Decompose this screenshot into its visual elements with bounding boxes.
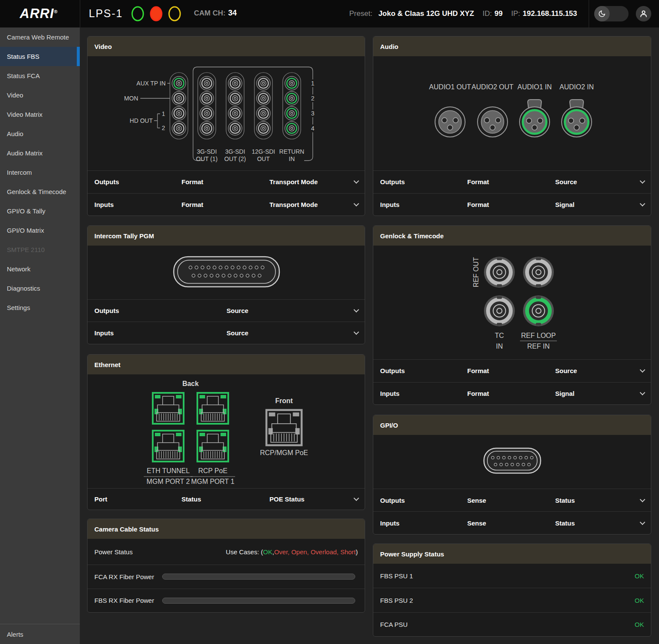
chevron-down-icon[interactable]: [640, 390, 645, 395]
svg-text:OUT (2): OUT (2): [224, 155, 246, 162]
psu-panel-header: Power Supply Status: [373, 544, 651, 564]
sidebar-item-audio-matrix[interactable]: Audio Matrix: [0, 143, 80, 163]
chevron-down-icon[interactable]: [640, 368, 645, 373]
fbs-psu1-row: FBS PSU 1 OK: [373, 564, 651, 588]
intercom-panel-header: Intercom Tally PGM: [88, 226, 365, 246]
ethernet-port-row[interactable]: Port Status POE Status: [88, 488, 365, 510]
row-col: Source: [555, 178, 634, 185]
svg-text:IN: IN: [496, 343, 503, 350]
row-label: Inputs: [380, 201, 467, 208]
row-label: Outputs: [380, 178, 467, 185]
sidebar-item-gpio-matrix[interactable]: GPI/O Matrix: [0, 221, 80, 240]
preset-label: Preset:: [349, 9, 372, 18]
svg-text:HD OUT: HD OUT: [130, 117, 153, 124]
audio-outputs-row[interactable]: Outputs Format Source: [373, 170, 651, 193]
sidebar-item-network[interactable]: Network: [0, 259, 80, 279]
genlock-bnc-diagram: REF OUT TC IN REF LOOP REF IN: [373, 246, 651, 358]
svg-text:3G-SDI: 3G-SDI: [197, 148, 217, 155]
gpio-panel: GPI/O Outputs Sense Status Inputs: [373, 415, 651, 535]
gpio-panel-header: GPI/O: [373, 415, 651, 435]
chevron-down-icon[interactable]: [640, 519, 645, 525]
row-label: Port: [94, 495, 181, 503]
intercom-tally-panel: Intercom Tally PGM Outputs Source Inputs: [87, 225, 365, 344]
sidebar-item-status-fca[interactable]: Status FCA: [0, 66, 80, 85]
video-outputs-row[interactable]: Outputs Format Transport Mode: [88, 170, 365, 193]
psu-label: FCA PSU: [380, 621, 408, 628]
bar-label: FCA RX Fiber Power: [94, 573, 154, 580]
row-col: Sense: [467, 519, 555, 527]
status-badge: OK: [635, 621, 644, 628]
gpio-connector-diagram: [373, 435, 651, 489]
chevron-down-icon[interactable]: [640, 201, 645, 207]
sidebar-item-video-matrix[interactable]: Video Matrix: [0, 105, 80, 124]
toggle-knob[interactable]: [594, 6, 610, 21]
svg-text:OUT: OUT: [257, 155, 270, 162]
intercom-connector-diagram: [88, 246, 365, 299]
intercom-outputs-row[interactable]: Outputs Source: [88, 299, 365, 322]
fbs-rx-power-bar: [162, 598, 355, 604]
sidebar-item-video[interactable]: Video: [0, 85, 80, 105]
fca-rx-fiber-power-row: FCA RX Fiber Power: [88, 565, 365, 588]
row-col: Source: [227, 329, 348, 337]
chevron-down-icon[interactable]: [354, 495, 359, 501]
dark-mode-toggle[interactable]: [594, 6, 629, 21]
svg-text:3G-SDI: 3G-SDI: [225, 148, 245, 155]
svg-text:RCP/MGM PoE: RCP/MGM PoE: [260, 449, 308, 456]
sidebar-item-diagnostics[interactable]: Diagnostics: [0, 279, 80, 298]
svg-text:1: 1: [311, 80, 314, 87]
sidebar-item-settings[interactable]: Settings: [0, 298, 80, 317]
arri-logo: ARRI®: [20, 6, 58, 21]
row-label: Outputs: [380, 497, 467, 504]
sidebar-item-gpio-tally[interactable]: GPI/O & Tally: [0, 201, 80, 221]
chevron-down-icon[interactable]: [640, 179, 645, 184]
svg-text:MGM PORT 1: MGM PORT 1: [191, 478, 235, 485]
video-panel-header: Video: [88, 36, 365, 56]
video-panel: Video 1 2 3 4: [87, 36, 365, 216]
cam-channel-value: 34: [228, 9, 237, 17]
gpio-inputs-row[interactable]: Inputs Sense Status: [373, 511, 651, 534]
row-col: Format: [467, 178, 555, 185]
sidebar-item-alerts[interactable]: Alerts: [0, 624, 80, 644]
genlock-inputs-row[interactable]: Inputs Format Signal: [373, 382, 651, 404]
power-supply-status-panel: Power Supply Status FBS PSU 1 OK FBS PSU…: [373, 544, 651, 637]
chevron-down-icon[interactable]: [354, 307, 359, 313]
video-inputs-row[interactable]: Inputs Format Transport Mode: [88, 193, 365, 216]
row-label: Inputs: [94, 329, 227, 337]
genlock-outputs-row[interactable]: Outputs Format Source: [373, 359, 651, 382]
intercom-inputs-row[interactable]: Inputs Source: [88, 322, 365, 344]
sidebar-item-audio[interactable]: Audio: [0, 124, 80, 143]
video-connector-diagram: 1 2 3 4: [88, 56, 365, 170]
sidebar-item-genlock-timecode[interactable]: Genlock & Timecode: [0, 182, 80, 201]
audio-connector-diagram: AUDIO1 OUT AUDIO2 OUT AUDIO1 IN AUDIO2 I…: [373, 56, 651, 170]
sidebar-item-status-fbs[interactable]: Status FBS: [0, 47, 80, 66]
svg-text:IN: IN: [289, 155, 295, 162]
row-col: Source: [227, 307, 348, 314]
use-cases-legend: Use Cases: (OK,Over, Open, Overload, Sho…: [226, 548, 358, 556]
psu-label: FBS PSU 2: [380, 597, 413, 604]
row-col: Sense: [467, 497, 555, 504]
fca-rx-power-bar: [162, 574, 355, 580]
audio-inputs-row[interactable]: Inputs Format Signal: [373, 193, 651, 216]
chevron-down-icon[interactable]: [354, 201, 359, 207]
gpio-outputs-row[interactable]: Outputs Sense Status: [373, 489, 651, 511]
user-menu-button[interactable]: [636, 6, 651, 21]
tally-red-icon: [151, 7, 162, 21]
row-col: Transport Mode: [269, 201, 348, 208]
bar-label: FBS RX Fiber Power: [94, 597, 154, 604]
row-col: Format: [467, 390, 555, 397]
chevron-down-icon[interactable]: [354, 329, 359, 335]
chevron-down-icon[interactable]: [354, 179, 359, 184]
row-col: Status: [181, 495, 269, 503]
svg-text:REF LOOP: REF LOOP: [521, 332, 556, 339]
moon-icon: [598, 10, 606, 18]
genlock-timecode-panel: Genlock & Timecode REF OUT TC IN REF LOO…: [373, 225, 651, 405]
db25-connector: [88, 246, 365, 298]
chevron-down-icon[interactable]: [640, 497, 645, 502]
row-col: Format: [181, 178, 269, 185]
svg-text:MON: MON: [124, 95, 138, 102]
sidebar-item-camera-web-remote[interactable]: Camera Web Remote: [0, 27, 80, 47]
svg-text:RETURN: RETURN: [279, 148, 304, 155]
sidebar-item-intercom[interactable]: Intercom: [0, 163, 80, 182]
row-label: Inputs: [94, 201, 181, 208]
ethernet-panel-header: Ethernet: [88, 355, 365, 374]
